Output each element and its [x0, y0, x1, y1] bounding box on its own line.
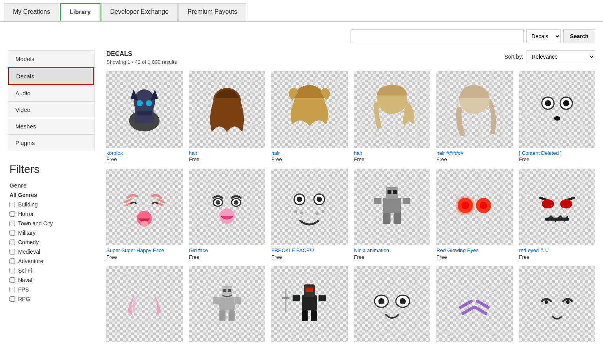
item-name-red-glowing-eyes[interactable]: Red Glowing Eyes	[436, 247, 513, 254]
item-name-ninja-animation[interactable]: Ninja animation	[354, 247, 430, 254]
svg-rect-37	[393, 213, 401, 224]
item-name-freckle-face[interactable]: FRECKLE FACE!!!	[271, 247, 348, 254]
filter-horror-checkbox[interactable]	[9, 211, 15, 217]
item-card-eyes-r3[interactable]	[354, 266, 430, 345]
item-card-ninja-animation[interactable]: Ninja animation Free	[354, 169, 430, 260]
sidebar-item-plugins[interactable]: Plugins	[8, 135, 94, 151]
svg-rect-35	[393, 190, 397, 194]
item-card-hair-hashes[interactable]: hair ###### Free	[436, 71, 513, 162]
svg-rect-32	[383, 198, 401, 213]
sidebar-item-decals[interactable]: Decals	[8, 67, 94, 85]
top-nav: My Creations Library Developer Exchange …	[0, 0, 603, 22]
tab-developer-exchange[interactable]: Developer Exchange	[101, 3, 178, 21]
filter-sci-fi-checkbox[interactable]	[9, 268, 15, 273]
item-card-hair3[interactable]: hair Free	[354, 71, 430, 162]
item-name-content-deleted[interactable]: [ Content Deleted ]	[519, 150, 596, 157]
filter-military-checkbox[interactable]	[9, 230, 15, 236]
svg-point-66	[378, 298, 384, 304]
item-name-hair2[interactable]: hair	[271, 150, 348, 157]
svg-rect-57	[306, 288, 313, 292]
filter-adventure-checkbox[interactable]	[9, 258, 15, 264]
item-name-red-eyed[interactable]: red eyed ###	[519, 247, 596, 254]
svg-point-21	[215, 200, 220, 205]
svg-point-26	[297, 197, 302, 202]
item-name-super-happy-face[interactable]: Super Super Happy Face	[106, 247, 183, 254]
filter-building-checkbox[interactable]	[9, 202, 15, 207]
search-input[interactable]	[351, 29, 524, 43]
item-card-purple-stripes[interactable]	[436, 266, 513, 345]
filter-sci-fi: Sci-Fi	[9, 267, 93, 274]
tab-premium-payouts[interactable]: Premium Payouts	[178, 3, 246, 21]
svg-point-28	[294, 210, 297, 213]
item-card-small-eyes[interactable]	[519, 266, 596, 345]
item-card-hair1[interactable]: hair Free	[189, 71, 265, 162]
tab-my-creations[interactable]: My Creations	[4, 3, 59, 21]
svg-point-68	[544, 300, 548, 304]
svg-point-22	[234, 200, 239, 205]
search-button[interactable]: Search	[563, 29, 595, 43]
item-name-korblox[interactable]: korblox	[106, 150, 183, 157]
item-card-super-happy-face[interactable]: Super Super Happy Face Free	[106, 169, 183, 260]
item-card-pink-ears[interactable]	[106, 266, 183, 345]
filter-town-and-city: Town and City	[9, 220, 93, 227]
item-price-super-happy-face: Free	[106, 254, 183, 260]
item-name-hair-hashes[interactable]: hair ######	[436, 150, 513, 157]
filter-comedy-label: Comedy	[18, 239, 39, 245]
svg-rect-61	[311, 310, 317, 321]
sidebar-item-audio[interactable]: Audio	[8, 85, 94, 102]
filter-comedy: Comedy	[9, 239, 93, 245]
filter-naval-checkbox[interactable]	[9, 277, 15, 283]
sidebar: Models Decals Audio Video Meshes Plugins…	[8, 50, 95, 345]
svg-rect-55	[302, 295, 317, 310]
item-image-ninja-r3	[271, 266, 348, 343]
svg-point-67	[400, 298, 406, 304]
item-card-grey-figure[interactable]	[189, 266, 265, 345]
filter-building: Building	[9, 201, 93, 208]
item-image-hair-hashes	[436, 71, 513, 148]
svg-rect-53	[223, 289, 226, 292]
filter-horror-label: Horror	[18, 211, 34, 217]
item-price-red-eyed: Free	[519, 254, 596, 260]
filter-building-label: Building	[18, 201, 38, 208]
filter-medieval-checkbox[interactable]	[9, 249, 15, 254]
svg-rect-36	[383, 213, 390, 224]
item-price-content-deleted: Free	[519, 156, 596, 162]
item-card-ninja-r3[interactable]	[271, 266, 348, 345]
filter-rpg-checkbox[interactable]	[9, 296, 15, 302]
item-name-hair3[interactable]: hair	[354, 150, 430, 157]
item-card-girl-face[interactable]: Girl face Free	[189, 169, 265, 260]
filter-military-label: Military	[18, 230, 35, 236]
item-image-hair2	[271, 71, 348, 148]
item-name-girl-face[interactable]: Girl face	[189, 247, 265, 254]
item-card-hair2[interactable]: hair Free	[271, 71, 348, 162]
svg-point-31	[322, 210, 325, 213]
tab-library[interactable]: Library	[60, 3, 100, 21]
filter-comedy-checkbox[interactable]	[9, 240, 15, 245]
svg-rect-50	[235, 297, 241, 304]
item-image-small-eyes	[519, 266, 596, 343]
filter-military: Military	[9, 230, 93, 236]
filter-town-and-city-checkbox[interactable]	[9, 221, 15, 226]
filter-fps-checkbox[interactable]	[9, 287, 15, 292]
sidebar-item-meshes[interactable]: Meshes	[8, 118, 94, 135]
sidebar-item-models[interactable]: Models	[8, 51, 94, 67]
svg-rect-7	[137, 111, 152, 116]
item-name-hair1[interactable]: hair	[189, 150, 265, 157]
svg-point-30	[315, 212, 319, 215]
search-type-dropdown[interactable]: Decals Models Audio Video Meshes Plugins	[526, 29, 561, 43]
item-price-hair1: Free	[189, 156, 265, 162]
item-image-hair3	[354, 71, 430, 148]
item-card-red-glowing-eyes[interactable]: Red Glowing Eyes Free	[436, 169, 513, 260]
content-area: DECALS Showing 1 - 42 of 1,000 results S…	[106, 50, 595, 345]
svg-point-16	[554, 116, 560, 121]
svg-point-6	[146, 100, 152, 106]
svg-point-44	[542, 199, 554, 208]
item-card-korblox[interactable]: korblox Free	[106, 71, 183, 162]
search-bar-area: Decals Models Audio Video Meshes Plugins…	[0, 22, 603, 50]
sort-by-label: Sort by:	[505, 54, 523, 60]
sort-dropdown[interactable]: Relevance Most Favorited Most Visited Up…	[527, 50, 595, 63]
sidebar-item-video[interactable]: Video	[8, 102, 94, 118]
item-card-freckle-face[interactable]: FRECKLE FACE!!! Free	[271, 169, 348, 260]
item-card-content-deleted[interactable]: [ Content Deleted ] Free	[519, 71, 596, 162]
item-card-red-eyed[interactable]: red eyed ### Free	[519, 169, 596, 260]
